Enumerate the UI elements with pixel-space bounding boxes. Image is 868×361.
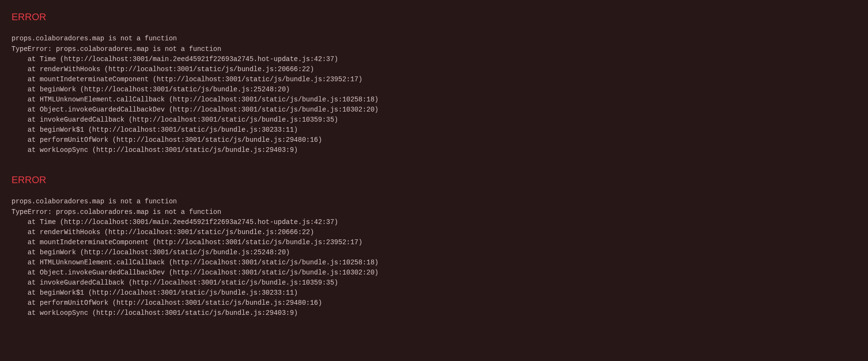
error-summary: props.colaboradores.map is not a functio… bbox=[12, 197, 856, 207]
stack-frame: at mountIndeterminateComponent (http://l… bbox=[12, 237, 856, 248]
stack-frame: at performUnitOfWork (http://localhost:3… bbox=[12, 298, 856, 308]
error-type: TypeError: props.colaboradores.map is no… bbox=[12, 207, 856, 217]
stack-trace: at Time (http://localhost:3001/main.2eed… bbox=[12, 54, 856, 155]
stack-frame: at Time (http://localhost:3001/main.2eed… bbox=[12, 217, 856, 227]
error-heading: ERROR bbox=[12, 173, 856, 187]
stack-frame: at workLoopSync (http://localhost:3001/s… bbox=[12, 145, 856, 155]
stack-frame: at Object.invokeGuardedCallbackDev (http… bbox=[12, 268, 856, 278]
stack-frame: at renderWithHooks (http://localhost:300… bbox=[12, 227, 856, 237]
stack-frame: at beginWork (http://localhost:3001/stat… bbox=[12, 248, 856, 258]
stack-frame: at invokeGuardedCallback (http://localho… bbox=[12, 115, 856, 125]
error-block: ERROR props.colaboradores.map is not a f… bbox=[12, 173, 856, 318]
stack-frame: at Object.invokeGuardedCallbackDev (http… bbox=[12, 105, 856, 115]
error-type: TypeError: props.colaboradores.map is no… bbox=[12, 44, 856, 54]
stack-frame: at HTMLUnknownElement.callCallback (http… bbox=[12, 95, 856, 105]
stack-frame: at performUnitOfWork (http://localhost:3… bbox=[12, 135, 856, 145]
stack-frame: at Time (http://localhost:3001/main.2eed… bbox=[12, 54, 856, 64]
stack-frame: at invokeGuardedCallback (http://localho… bbox=[12, 278, 856, 288]
stack-frame: at beginWork$1 (http://localhost:3001/st… bbox=[12, 288, 856, 298]
error-heading: ERROR bbox=[12, 10, 856, 24]
stack-frame: at renderWithHooks (http://localhost:300… bbox=[12, 64, 856, 75]
stack-frame: at beginWork (http://localhost:3001/stat… bbox=[12, 85, 856, 95]
stack-frame: at mountIndeterminateComponent (http://l… bbox=[12, 75, 856, 85]
error-block: ERROR props.colaboradores.map is not a f… bbox=[12, 10, 856, 155]
stack-frame: at workLoopSync (http://localhost:3001/s… bbox=[12, 308, 856, 318]
error-summary: props.colaboradores.map is not a functio… bbox=[12, 34, 856, 44]
stack-frame: at HTMLUnknownElement.callCallback (http… bbox=[12, 258, 856, 268]
stack-trace: at Time (http://localhost:3001/main.2eed… bbox=[12, 217, 856, 318]
stack-frame: at beginWork$1 (http://localhost:3001/st… bbox=[12, 125, 856, 135]
